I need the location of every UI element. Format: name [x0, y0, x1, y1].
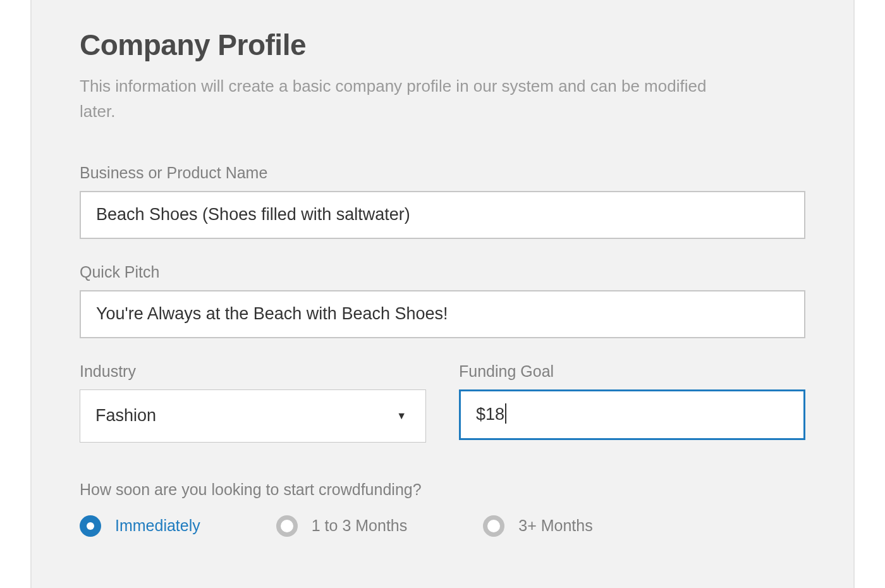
funding-goal-col: Funding Goal $18 [459, 362, 805, 443]
radio-label-immediately: Immediately [115, 517, 200, 535]
text-cursor-icon [505, 403, 506, 424]
industry-funding-row: Industry Fashion ▼ Funding Goal $18 [80, 362, 805, 443]
company-profile-panel: Company Profile This information will cr… [30, 0, 855, 588]
funding-goal-input[interactable]: $18 [459, 389, 805, 440]
chevron-down-icon: ▼ [396, 410, 406, 422]
radio-option-3-plus-months[interactable]: 3+ Months [483, 515, 592, 537]
funding-goal-label: Funding Goal [459, 362, 805, 381]
quick-pitch-field-group: Quick Pitch [80, 263, 805, 338]
radio-option-1-to-3-months[interactable]: 1 to 3 Months [276, 515, 407, 537]
business-name-field-group: Business or Product Name [80, 164, 805, 239]
radio-selected-icon [80, 515, 101, 537]
industry-label: Industry [80, 362, 426, 381]
radio-label-3-plus-months: 3+ Months [518, 517, 592, 535]
radio-option-immediately[interactable]: Immediately [80, 515, 200, 537]
radio-label-1-to-3-months: 1 to 3 Months [312, 517, 407, 535]
industry-col: Industry Fashion ▼ [80, 362, 426, 443]
business-name-label: Business or Product Name [80, 164, 805, 182]
funding-goal-value: $18 [476, 405, 504, 424]
crowdfunding-radio-row: Immediately 1 to 3 Months 3+ Months [80, 515, 805, 537]
radio-unselected-icon [483, 515, 504, 537]
industry-select-value: Fashion [95, 406, 396, 426]
business-name-input[interactable] [80, 191, 805, 239]
crowdfunding-timing-group: How soon are you looking to start crowdf… [80, 481, 805, 537]
page-title: Company Profile [80, 28, 805, 62]
page-subtitle: This information will create a basic com… [80, 73, 712, 125]
quick-pitch-label: Quick Pitch [80, 263, 805, 281]
radio-unselected-icon [276, 515, 298, 537]
industry-select[interactable]: Fashion ▼ [80, 389, 426, 443]
crowdfunding-question: How soon are you looking to start crowdf… [80, 481, 805, 499]
quick-pitch-input[interactable] [80, 290, 805, 338]
